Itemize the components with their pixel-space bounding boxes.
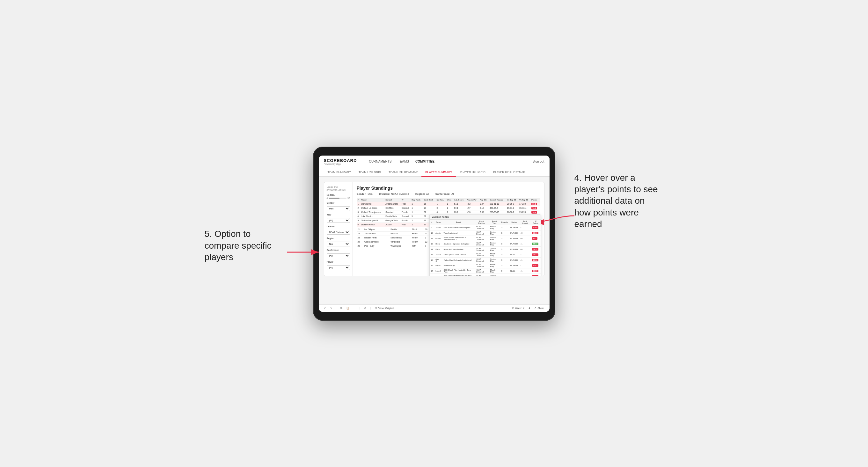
list-item: 12Brent Southern Highlands Collegiate NC… bbox=[430, 241, 540, 246]
subnav-team-h2h-grid[interactable]: TEAM H2H GRID bbox=[355, 168, 385, 177]
nav-links: TOURNAMENTS TEAMS COMMITTEE bbox=[367, 159, 525, 164]
col-rank: # bbox=[357, 198, 360, 202]
list-item: 14Jake I The Cypress Point Classic NCAA … bbox=[430, 252, 540, 257]
filter-division: Division NCAA Division I bbox=[327, 225, 350, 235]
list-item: 11Gordo Wake Forest Invitational at Pine… bbox=[430, 236, 540, 241]
table-row: 3 Michael Thorbjornsen Stanford Fourth 1… bbox=[357, 210, 540, 214]
update-time: Update time: 27/01/2024 16:56:26 bbox=[327, 186, 350, 191]
share-btn[interactable]: ↗ Share bbox=[534, 307, 544, 310]
settings-btn[interactable]: ⋯ bbox=[353, 307, 356, 310]
col-vs-top25: Vs Top 25 bbox=[506, 198, 518, 202]
sub-nav: TEAM SUMMARY TEAM H2H GRID TEAM H2H HEAT… bbox=[319, 168, 550, 177]
table-row: 2 Michael La Sasso Ole Miss Second 1 18 … bbox=[357, 206, 540, 210]
tooltip-popup: Jackson Kohon # Player Event Event Divis… bbox=[429, 214, 541, 276]
gender-select[interactable]: Men bbox=[327, 206, 350, 211]
col-conf-rank: Conf Rank bbox=[423, 198, 435, 202]
col-overall-record: Overall Record bbox=[489, 198, 506, 202]
filter-no-rds: No Rds. 4 52 bbox=[327, 194, 350, 199]
download-btn[interactable]: ⬇ bbox=[528, 307, 530, 310]
col-reg-rank: Reg Rank bbox=[410, 198, 423, 202]
table-area: Player Standings Gender: Men Division: N… bbox=[353, 182, 544, 276]
subnav-team-h2h-heatmap[interactable]: TEAM H2H HEATMAP bbox=[385, 168, 422, 177]
annotation-left: 5. Option to compare specific players bbox=[205, 228, 287, 263]
list-item: 15Alex C Fallen Oak Collegiate Invitatio… bbox=[430, 257, 540, 263]
arrow-left bbox=[284, 246, 322, 258]
list-item: 9Jacob UNCW Seahawk Intercollegiate NCAA… bbox=[430, 225, 540, 230]
filters-panel: Update time: 27/01/2024 16:56:26 No Rds.… bbox=[324, 182, 353, 276]
table-row: 1 Wenyi Ding Arizona State First 1 15 1 … bbox=[357, 202, 540, 206]
col-points: Points bbox=[530, 198, 540, 202]
watch-btn[interactable]: 👁 Watch ▾ bbox=[512, 307, 524, 310]
year-select[interactable]: (All) bbox=[327, 218, 350, 223]
logo-title: SCOREBOARD bbox=[324, 158, 357, 163]
col-wins: Wins bbox=[446, 198, 453, 202]
slider-fill bbox=[329, 198, 340, 198]
top-nav: SCOREBOARD Powered by clippi TOURNAMENTS… bbox=[319, 156, 550, 168]
nav-committee[interactable]: COMMITTEE bbox=[415, 159, 434, 164]
page-wrapper: 4. Hover over a player's points to see a… bbox=[211, 147, 657, 321]
list-item: 13Pitch Amer An Intercollegiate NCAA Div… bbox=[430, 246, 540, 252]
division-select[interactable]: NCAA Division I bbox=[327, 230, 350, 235]
copy-btn[interactable]: ⧉ bbox=[340, 307, 342, 310]
main-content: Update time: 27/01/2024 16:56:26 No Rds.… bbox=[319, 177, 550, 305]
list-item: 10Jacob Tiger Invitational NCAA Division… bbox=[430, 230, 540, 236]
clock-btn[interactable]: ⏱ bbox=[364, 307, 367, 310]
standings-title: Player Standings bbox=[357, 186, 540, 191]
nav-teams[interactable]: TEAMS bbox=[398, 159, 409, 164]
subnav-player-h2h-heatmap[interactable]: PLAYER H2H HEATMAP bbox=[489, 168, 529, 177]
sign-out-link[interactable]: Sign out bbox=[533, 160, 545, 163]
bottom-toolbar: ↩ ↪ | ⧉ 📋 ⋯ | ⏱ | 👁 View: Original 👁 Wat… bbox=[319, 305, 550, 312]
col-no-rds: No Rds. bbox=[436, 198, 446, 202]
conference-select[interactable]: (All) bbox=[327, 253, 350, 258]
filter-gender: Gender Men bbox=[327, 202, 350, 211]
region-select[interactable]: N/A bbox=[327, 242, 350, 246]
tablet-screen: SCOREBOARD Powered by clippi TOURNAMENTS… bbox=[319, 156, 550, 312]
logo-area: SCOREBOARD Powered by clippi bbox=[324, 158, 357, 165]
tooltip-table: # Player Event Event Division Event Type… bbox=[430, 220, 540, 276]
view-original-btn[interactable]: 👁 View: Original bbox=[375, 307, 394, 310]
col-player: Player bbox=[360, 198, 384, 202]
annotation-right: 4. Hover over a player's points to see a… bbox=[575, 172, 664, 230]
redo-btn[interactable]: ↪ bbox=[330, 307, 332, 310]
nav-tournaments[interactable]: TOURNAMENTS bbox=[367, 159, 392, 164]
paste-btn[interactable]: 📋 bbox=[346, 307, 349, 310]
col-yr: Yr bbox=[401, 198, 411, 202]
tooltip-header: Jackson Kohon bbox=[430, 215, 540, 220]
content-panel: Update time: 27/01/2024 16:56:26 No Rds.… bbox=[324, 182, 545, 276]
filter-conference: Conference (All) bbox=[327, 249, 350, 258]
list-item: 17Luke I SEC Match Play hosted by Jerry … bbox=[430, 268, 540, 274]
player-select[interactable]: (All) bbox=[327, 265, 350, 270]
slider-bar[interactable] bbox=[329, 198, 346, 198]
undo-btn[interactable]: ↩ bbox=[324, 307, 326, 310]
standings-filter-bar: Gender: Men Division: NCAA Division I Re… bbox=[357, 192, 540, 195]
filter-player: Player (All) bbox=[327, 261, 350, 270]
tablet-frame: SCOREBOARD Powered by clippi TOURNAMENTS… bbox=[313, 147, 555, 321]
subnav-player-h2h-grid[interactable]: PLAYER H2H GRID bbox=[456, 168, 489, 177]
subnav-player-summary[interactable]: PLAYER SUMMARY bbox=[422, 168, 456, 177]
subnav-team-summary[interactable]: TEAM SUMMARY bbox=[324, 168, 355, 177]
col-school: School bbox=[384, 198, 401, 202]
filter-region: Region N/A bbox=[327, 237, 350, 246]
list-item: 16David Williams Cup NCAA Division I Mat… bbox=[430, 263, 540, 268]
col-avg-to-par: Avg to-Par bbox=[466, 198, 479, 202]
logo-sub: Powered by clippi bbox=[324, 163, 357, 165]
col-avg-sg: Avg SG bbox=[479, 198, 489, 202]
col-vs-top50: Vs Top 50 bbox=[518, 198, 530, 202]
filter-year: Year (All) bbox=[327, 214, 350, 223]
col-adj-score: Adj. Score bbox=[453, 198, 466, 202]
list-item: 18Tiger SEC Stroke Play hosted by Jerry … bbox=[430, 274, 540, 276]
